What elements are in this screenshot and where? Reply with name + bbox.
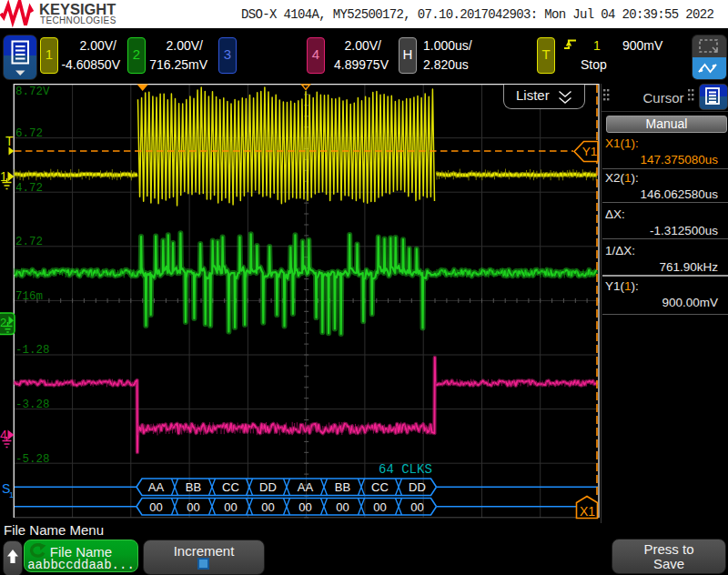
svg-text:6.72: 6.72 [15,127,43,140]
svg-text:-5.28: -5.28 [15,453,50,466]
svg-text:DD: DD [259,480,277,494]
svg-text:2: 2 [0,316,6,329]
svg-text:CC: CC [371,480,389,494]
svg-text:Y1: Y1 [582,145,598,158]
svg-text:T: T [5,134,14,148]
svg-text:8.72V: 8.72V [15,86,50,98]
svg-text:716m: 716m [15,290,43,303]
svg-text:-1.28: -1.28 [15,344,50,357]
svg-text:4.72: 4.72 [15,182,43,195]
svg-text:AA: AA [298,480,314,494]
svg-text:00: 00 [410,500,423,514]
svg-text:00: 00 [336,500,349,514]
svg-text:00: 00 [298,500,311,514]
svg-text:00: 00 [187,500,199,514]
svg-text:64 CLKS: 64 CLKS [379,462,432,477]
svg-text:BB: BB [335,480,350,494]
svg-text:2.72: 2.72 [15,236,43,248]
svg-text:DD: DD [409,480,426,494]
svg-text:00: 00 [149,500,162,514]
svg-text:CC: CC [222,480,239,494]
svg-text:00: 00 [224,500,237,514]
svg-text:AA: AA [148,480,165,494]
svg-text:BB: BB [186,480,201,494]
svg-text:00: 00 [261,500,274,514]
svg-text:X1: X1 [580,504,595,519]
svg-text:00: 00 [373,500,386,514]
svg-text:1: 1 [9,490,14,499]
svg-text:-3.28: -3.28 [15,398,50,411]
